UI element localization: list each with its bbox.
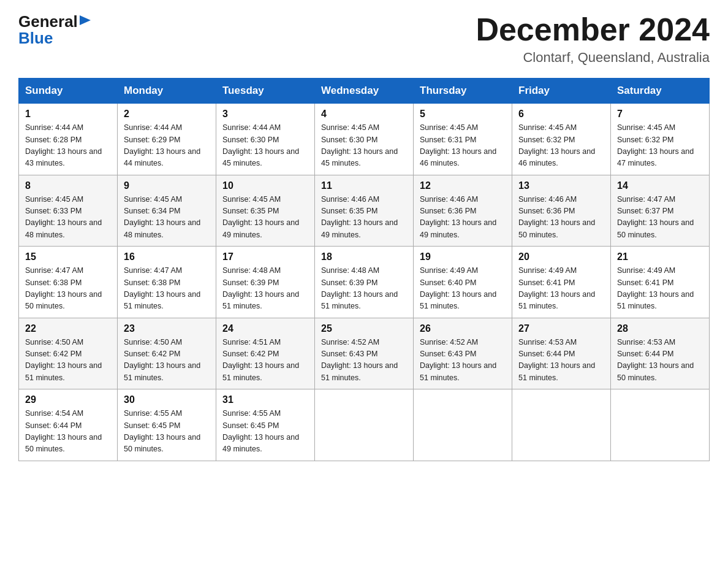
table-row: 7Sunrise: 4:45 AMSunset: 6:32 PMDaylight… [611,104,710,175]
day-info: Sunrise: 4:46 AMSunset: 6:36 PMDaylight:… [420,194,506,242]
table-row: 12Sunrise: 4:46 AMSunset: 6:36 PMDayligh… [414,175,512,247]
day-number: 22 [25,323,111,334]
day-info: Sunrise: 4:47 AMSunset: 6:38 PMDaylight:… [25,265,111,313]
svg-marker-0 [80,15,91,25]
day-number: 12 [420,180,506,191]
table-row: 27Sunrise: 4:53 AMSunset: 6:44 PMDayligh… [512,318,611,389]
title-area: December 2024 Clontarf, Queensland, Aust… [476,12,710,66]
day-number: 2 [124,109,210,120]
day-number: 8 [25,180,111,191]
col-sunday: Sunday [19,79,118,104]
day-info: Sunrise: 4:54 AMSunset: 6:44 PMDaylight:… [25,408,111,456]
table-row: 16Sunrise: 4:47 AMSunset: 6:38 PMDayligh… [118,247,216,318]
table-row [611,389,710,461]
col-tuesday: Tuesday [216,79,315,104]
day-info: Sunrise: 4:49 AMSunset: 6:40 PMDaylight:… [420,265,506,313]
day-number: 10 [222,180,308,191]
day-info: Sunrise: 4:44 AMSunset: 6:30 PMDaylight:… [222,122,308,170]
day-number: 29 [25,394,111,405]
day-number: 13 [518,180,604,191]
day-number: 23 [124,323,210,334]
table-row: 8Sunrise: 4:45 AMSunset: 6:33 PMDaylight… [19,175,118,247]
location-subtitle: Clontarf, Queensland, Australia [476,50,710,66]
calendar-header-row: Sunday Monday Tuesday Wednesday Thursday… [19,79,710,104]
table-row: 17Sunrise: 4:48 AMSunset: 6:39 PMDayligh… [216,247,315,318]
day-number: 1 [25,109,111,120]
table-row [315,389,414,461]
calendar-table: Sunday Monday Tuesday Wednesday Thursday… [18,78,710,461]
day-info: Sunrise: 4:45 AMSunset: 6:31 PMDaylight:… [420,122,506,170]
day-info: Sunrise: 4:52 AMSunset: 6:43 PMDaylight:… [420,337,506,385]
calendar-week-row: 1Sunrise: 4:44 AMSunset: 6:28 PMDaylight… [19,104,710,175]
day-info: Sunrise: 4:49 AMSunset: 6:41 PMDaylight:… [518,265,604,313]
table-row: 21Sunrise: 4:49 AMSunset: 6:41 PMDayligh… [611,247,710,318]
calendar-week-row: 29Sunrise: 4:54 AMSunset: 6:44 PMDayligh… [19,389,710,461]
table-row: 4Sunrise: 4:45 AMSunset: 6:30 PMDaylight… [315,104,414,175]
day-info: Sunrise: 4:45 AMSunset: 6:32 PMDaylight:… [518,122,604,170]
table-row: 14Sunrise: 4:47 AMSunset: 6:37 PMDayligh… [611,175,710,247]
day-info: Sunrise: 4:45 AMSunset: 6:35 PMDaylight:… [222,194,308,242]
day-number: 9 [124,180,210,191]
table-row: 23Sunrise: 4:50 AMSunset: 6:42 PMDayligh… [118,318,216,389]
day-info: Sunrise: 4:47 AMSunset: 6:38 PMDaylight:… [124,265,210,313]
day-info: Sunrise: 4:53 AMSunset: 6:44 PMDaylight:… [617,337,703,385]
day-number: 6 [518,109,604,120]
day-info: Sunrise: 4:55 AMSunset: 6:45 PMDaylight:… [222,408,308,456]
day-info: Sunrise: 4:44 AMSunset: 6:28 PMDaylight:… [25,122,111,170]
day-info: Sunrise: 4:52 AMSunset: 6:43 PMDaylight:… [321,337,407,385]
col-thursday: Thursday [414,79,512,104]
table-row: 5Sunrise: 4:45 AMSunset: 6:31 PMDaylight… [414,104,512,175]
table-row: 10Sunrise: 4:45 AMSunset: 6:35 PMDayligh… [216,175,315,247]
day-number: 24 [222,323,308,334]
table-row: 9Sunrise: 4:45 AMSunset: 6:34 PMDaylight… [118,175,216,247]
table-row: 11Sunrise: 4:46 AMSunset: 6:35 PMDayligh… [315,175,414,247]
day-info: Sunrise: 4:44 AMSunset: 6:29 PMDaylight:… [124,122,210,170]
table-row: 3Sunrise: 4:44 AMSunset: 6:30 PMDaylight… [216,104,315,175]
day-number: 27 [518,323,604,334]
col-friday: Friday [512,79,611,104]
day-number: 30 [124,394,210,405]
table-row: 30Sunrise: 4:55 AMSunset: 6:45 PMDayligh… [118,389,216,461]
day-info: Sunrise: 4:45 AMSunset: 6:32 PMDaylight:… [617,122,703,170]
day-number: 11 [321,180,407,191]
day-number: 3 [222,109,308,120]
table-row: 13Sunrise: 4:46 AMSunset: 6:36 PMDayligh… [512,175,611,247]
day-number: 17 [222,251,308,262]
day-number: 16 [124,251,210,262]
day-info: Sunrise: 4:46 AMSunset: 6:35 PMDaylight:… [321,194,407,242]
table-row: 28Sunrise: 4:53 AMSunset: 6:44 PMDayligh… [611,318,710,389]
day-info: Sunrise: 4:45 AMSunset: 6:34 PMDaylight:… [124,194,210,242]
logo-blue-text: Blue [18,29,53,48]
day-info: Sunrise: 4:46 AMSunset: 6:36 PMDaylight:… [518,194,604,242]
table-row [414,389,512,461]
col-monday: Monday [118,79,216,104]
month-title: December 2024 [476,12,710,47]
table-row: 22Sunrise: 4:50 AMSunset: 6:42 PMDayligh… [19,318,118,389]
table-row: 2Sunrise: 4:44 AMSunset: 6:29 PMDaylight… [118,104,216,175]
day-number: 18 [321,251,407,262]
day-info: Sunrise: 4:45 AMSunset: 6:30 PMDaylight:… [321,122,407,170]
table-row: 19Sunrise: 4:49 AMSunset: 6:40 PMDayligh… [414,247,512,318]
day-number: 5 [420,109,506,120]
day-number: 28 [617,323,703,334]
day-number: 15 [25,251,111,262]
table-row: 26Sunrise: 4:52 AMSunset: 6:43 PMDayligh… [414,318,512,389]
table-row: 31Sunrise: 4:55 AMSunset: 6:45 PMDayligh… [216,389,315,461]
day-info: Sunrise: 4:45 AMSunset: 6:33 PMDaylight:… [25,194,111,242]
day-number: 4 [321,109,407,120]
day-number: 14 [617,180,703,191]
calendar-week-row: 15Sunrise: 4:47 AMSunset: 6:38 PMDayligh… [19,247,710,318]
day-info: Sunrise: 4:47 AMSunset: 6:37 PMDaylight:… [617,194,703,242]
table-row: 25Sunrise: 4:52 AMSunset: 6:43 PMDayligh… [315,318,414,389]
day-info: Sunrise: 4:50 AMSunset: 6:42 PMDaylight:… [124,337,210,385]
table-row: 18Sunrise: 4:48 AMSunset: 6:39 PMDayligh… [315,247,414,318]
day-number: 25 [321,323,407,334]
day-info: Sunrise: 4:48 AMSunset: 6:39 PMDaylight:… [321,265,407,313]
table-row: 15Sunrise: 4:47 AMSunset: 6:38 PMDayligh… [19,247,118,318]
table-row [512,389,611,461]
table-row: 6Sunrise: 4:45 AMSunset: 6:32 PMDaylight… [512,104,611,175]
logo: General Blue [18,12,93,48]
day-info: Sunrise: 4:49 AMSunset: 6:41 PMDaylight:… [617,265,703,313]
table-row: 1Sunrise: 4:44 AMSunset: 6:28 PMDaylight… [19,104,118,175]
day-info: Sunrise: 4:51 AMSunset: 6:42 PMDaylight:… [222,337,308,385]
